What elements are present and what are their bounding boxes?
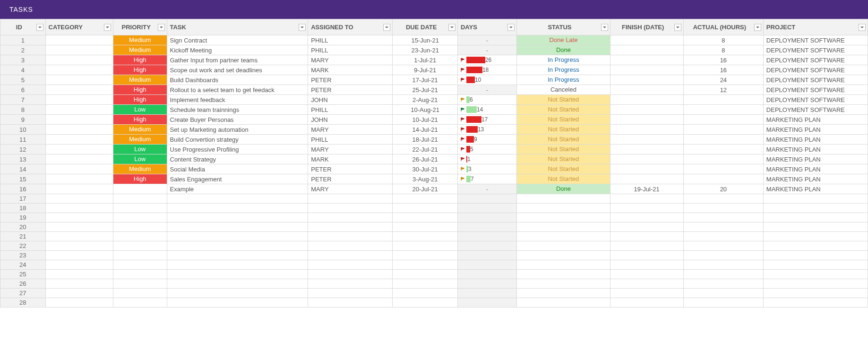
finish-cell[interactable]: [610, 55, 683, 65]
table-row[interactable]: 16 Example MARY 20-Jul-21 - Done 19-Jul-…: [0, 184, 868, 194]
task-cell[interactable]: [167, 289, 308, 298]
assigned-cell[interactable]: [308, 289, 393, 298]
assigned-cell[interactable]: MARY: [308, 125, 393, 135]
due-cell[interactable]: 22-Jul-21: [393, 145, 457, 154]
priority-cell[interactable]: [113, 241, 167, 251]
category-cell[interactable]: [45, 145, 113, 154]
task-cell[interactable]: [167, 232, 308, 241]
project-cell[interactable]: [763, 279, 868, 289]
task-cell[interactable]: Gather Input from partner teams: [167, 55, 308, 65]
priority-cell[interactable]: [113, 184, 167, 194]
assigned-cell[interactable]: PHILL: [308, 105, 393, 115]
task-cell[interactable]: Scope out work and set deadlines: [167, 65, 308, 75]
status-cell[interactable]: In Progress: [517, 75, 610, 85]
table-row-empty[interactable]: 20: [0, 222, 868, 232]
status-cell[interactable]: Done: [517, 184, 610, 194]
table-row[interactable]: 4 High Scope out work and set deadlines …: [0, 65, 868, 75]
actual-cell[interactable]: [683, 213, 763, 222]
task-cell[interactable]: Social Media: [167, 164, 308, 174]
priority-cell[interactable]: High: [113, 55, 167, 65]
task-cell[interactable]: [167, 213, 308, 222]
column-header-days[interactable]: DAYS: [457, 19, 516, 35]
finish-cell[interactable]: 19-Jul-21: [610, 184, 683, 194]
assigned-cell[interactable]: [308, 213, 393, 222]
project-cell[interactable]: DEPLOYMENT SOFTWARE: [763, 75, 868, 85]
actual-cell[interactable]: 16: [683, 65, 763, 75]
finish-cell[interactable]: [610, 251, 683, 260]
task-cell[interactable]: Sales Engagement: [167, 174, 308, 184]
category-cell[interactable]: [45, 204, 113, 213]
priority-cell[interactable]: Medium: [113, 125, 167, 135]
project-cell[interactable]: DEPLOYMENT SOFTWARE: [763, 55, 868, 65]
due-cell[interactable]: 17-Jul-21: [393, 75, 457, 85]
due-cell[interactable]: 14-Jul-21: [393, 125, 457, 135]
finish-cell[interactable]: [610, 105, 683, 115]
assigned-cell[interactable]: PHILL: [308, 135, 393, 145]
status-cell[interactable]: Done: [517, 45, 610, 55]
due-cell[interactable]: 10-Jul-21: [393, 115, 457, 125]
finish-cell[interactable]: [610, 270, 683, 279]
due-cell[interactable]: [393, 279, 457, 289]
actual-cell[interactable]: [683, 222, 763, 232]
assigned-cell[interactable]: JOHN: [308, 115, 393, 125]
table-row[interactable]: 12 Low Use Progressive Profiling MARY 22…: [0, 145, 868, 154]
finish-cell[interactable]: [610, 194, 683, 204]
finish-cell[interactable]: [610, 260, 683, 270]
assigned-cell[interactable]: [308, 194, 393, 204]
project-cell[interactable]: [763, 289, 868, 298]
task-cell[interactable]: [167, 194, 308, 204]
actual-cell[interactable]: [683, 204, 763, 213]
priority-cell[interactable]: Medium: [113, 75, 167, 85]
actual-cell[interactable]: [683, 232, 763, 241]
status-cell[interactable]: Not Started: [517, 95, 610, 105]
table-row-empty[interactable]: 23: [0, 251, 868, 260]
finish-cell[interactable]: [610, 232, 683, 241]
category-cell[interactable]: [45, 289, 113, 298]
assigned-cell[interactable]: MARY: [308, 55, 393, 65]
project-cell[interactable]: MARKETING PLAN: [763, 145, 868, 154]
due-cell[interactable]: [393, 270, 457, 279]
due-cell[interactable]: 10-Aug-21: [393, 105, 457, 115]
priority-cell[interactable]: [113, 251, 167, 260]
project-cell[interactable]: MARKETING PLAN: [763, 125, 868, 135]
due-cell[interactable]: [393, 251, 457, 260]
table-row[interactable]: 10 Medium Set up Marketing automation MA…: [0, 125, 868, 135]
task-cell[interactable]: Schedule team trainnings: [167, 105, 308, 115]
category-cell[interactable]: [45, 65, 113, 75]
status-cell[interactable]: [517, 251, 610, 260]
actual-cell[interactable]: [683, 145, 763, 154]
finish-cell[interactable]: [610, 298, 683, 307]
assigned-cell[interactable]: JOHN: [308, 95, 393, 105]
actual-cell[interactable]: [683, 260, 763, 270]
task-cell[interactable]: Build Convertion strategy: [167, 135, 308, 145]
project-cell[interactable]: DEPLOYMENT SOFTWARE: [763, 95, 868, 105]
task-cell[interactable]: Rollout to a select team to get feedack: [167, 85, 308, 95]
status-cell[interactable]: In Progress: [517, 65, 610, 75]
assigned-cell[interactable]: MARK: [308, 154, 393, 164]
column-header-actual[interactable]: ACTUAL (HOURS): [683, 19, 763, 35]
filter-dropdown-button[interactable]: [754, 24, 761, 31]
category-cell[interactable]: [45, 241, 113, 251]
actual-cell[interactable]: [683, 125, 763, 135]
due-cell[interactable]: 9-Jul-21: [393, 65, 457, 75]
project-cell[interactable]: MARKETING PLAN: [763, 184, 868, 194]
category-cell[interactable]: [45, 184, 113, 194]
project-cell[interactable]: DEPLOYMENT SOFTWARE: [763, 65, 868, 75]
category-cell[interactable]: [45, 45, 113, 55]
task-cell[interactable]: Use Progressive Profiling: [167, 145, 308, 154]
priority-cell[interactable]: High: [113, 85, 167, 95]
priority-cell[interactable]: Low: [113, 105, 167, 115]
category-cell[interactable]: [45, 95, 113, 105]
actual-cell[interactable]: 8: [683, 35, 763, 45]
category-cell[interactable]: [45, 270, 113, 279]
due-cell[interactable]: 30-Jul-21: [393, 164, 457, 174]
actual-cell[interactable]: [683, 241, 763, 251]
status-cell[interactable]: [517, 279, 610, 289]
assigned-cell[interactable]: PETER: [308, 164, 393, 174]
project-cell[interactable]: [763, 194, 868, 204]
table-row-empty[interactable]: 25: [0, 270, 868, 279]
category-cell[interactable]: [45, 194, 113, 204]
category-cell[interactable]: [45, 213, 113, 222]
actual-cell[interactable]: [683, 105, 763, 115]
due-cell[interactable]: 23-Jun-21: [393, 45, 457, 55]
